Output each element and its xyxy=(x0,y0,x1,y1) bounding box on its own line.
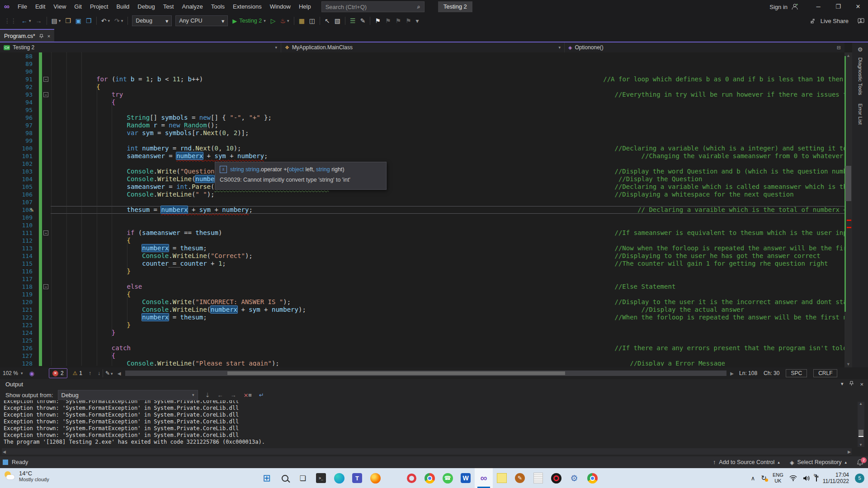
taskbar-icon-teams[interactable]: T xyxy=(348,468,366,488)
code-text[interactable]: catch //If there are any errors present … xyxy=(51,344,844,352)
code-line-101[interactable]: 101 sameanswer = numberx + sym + numbery… xyxy=(0,152,844,160)
taskbar-icon-word[interactable]: W xyxy=(457,468,475,488)
code-text[interactable]: } xyxy=(51,267,844,275)
next-message-icon[interactable]: → xyxy=(230,392,236,399)
battery-icon[interactable]: ↯ xyxy=(816,475,817,481)
code-editor[interactable]: 88899091− for (int b = 1; b < 11; b++) /… xyxy=(0,52,844,366)
pin-icon[interactable] xyxy=(39,34,43,38)
code-text[interactable]: Console.WriteLine(numbe //Display the Qu… xyxy=(51,175,844,183)
notifications-bell-button[interactable]: 2 xyxy=(857,459,863,466)
taskbar-icon-chrome-2[interactable] xyxy=(583,468,601,488)
code-text[interactable] xyxy=(51,60,844,68)
scroll-left-icon[interactable]: ◀ xyxy=(3,450,6,454)
menu-window[interactable]: Window xyxy=(266,0,295,14)
code-line-89[interactable]: 89 xyxy=(0,60,844,68)
previous-message-icon[interactable]: ← xyxy=(217,392,223,399)
code-line-102[interactable]: 102 xyxy=(0,160,844,168)
code-line-123[interactable]: 123 } xyxy=(0,321,844,329)
redo-icon[interactable]: ↷▾ xyxy=(113,15,124,26)
code-line-121[interactable]: 121 Console.WriteLine(numberx + sym + nu… xyxy=(0,306,844,314)
code-line-95[interactable]: 95 xyxy=(0,106,844,114)
code-line-118[interactable]: 118− else //Else Statement xyxy=(0,283,844,291)
pane-close-icon[interactable]: × xyxy=(860,381,863,388)
menu-test[interactable]: Test xyxy=(159,0,178,14)
code-line-92[interactable]: 92 { xyxy=(0,83,844,91)
output-horizontal-scrollbar[interactable]: ◀ ▶ xyxy=(2,448,852,455)
output-text[interactable]: Exception thrown: 'System.FormatExceptio… xyxy=(4,400,849,446)
code-text[interactable]: String[] symbols = new[] { "-", "+" }; xyxy=(51,114,844,122)
scroll-right-icon[interactable]: ▶ xyxy=(730,371,734,376)
project-dropdown[interactable]: C# Testing 2▾ xyxy=(0,42,281,52)
next-issue-button[interactable]: ↓ xyxy=(98,370,100,376)
code-line-116[interactable]: 116 } xyxy=(0,267,844,275)
add-to-source-control-button[interactable]: ↑ Add to Source Control ▴ xyxy=(713,459,780,465)
code-line-109[interactable]: 109 xyxy=(0,214,844,221)
code-text[interactable]: { xyxy=(51,352,844,360)
code-text[interactable]: thesum = numberx + sym + numbery; // Dec… xyxy=(51,206,844,214)
live-share-button[interactable]: Live Share xyxy=(821,18,849,24)
onedrive-sync-icon[interactable]: ↻ xyxy=(761,474,767,482)
code-text[interactable]: { xyxy=(51,83,844,91)
code-text[interactable]: if (sameanswer == thesum) //If sameanswe… xyxy=(51,229,844,237)
code-text[interactable] xyxy=(51,337,844,344)
taskbar-icon-opera[interactable] xyxy=(402,468,420,488)
bookmark-clear-icon[interactable]: ⚑ xyxy=(404,15,413,26)
undo-icon[interactable]: ↶▾ xyxy=(100,15,111,26)
code-text[interactable] xyxy=(51,52,844,60)
code-line-126[interactable]: 126 catch //If there are any errors pres… xyxy=(0,344,844,352)
select-repository-button[interactable]: ◈ Select Repository ▴ xyxy=(790,459,847,466)
notification-center-badge[interactable]: 5 xyxy=(855,474,864,483)
preview-window-icon[interactable]: ◫ xyxy=(308,15,316,26)
code-line-91[interactable]: 91− for (int b = 1; b < 11; b++) //A for… xyxy=(0,75,844,83)
save-all-icon[interactable]: ❐ xyxy=(85,15,93,26)
platform-dropdown[interactable]: Any CPU▾ xyxy=(175,15,228,26)
code-text[interactable] xyxy=(51,198,844,206)
volume-icon[interactable] xyxy=(803,475,810,481)
scroll-down-icon[interactable]: ▼ xyxy=(859,443,863,447)
clock[interactable]: 17:0411/11/2022 xyxy=(823,472,849,485)
code-text[interactable] xyxy=(51,221,844,229)
task-list-icon[interactable]: ☰ xyxy=(349,15,357,26)
menu-edit[interactable]: Edit xyxy=(31,0,49,14)
code-text[interactable] xyxy=(51,137,844,145)
zoom-dropdown[interactable]: 102 %▾ ◉ xyxy=(0,370,37,377)
debug-configuration-dropdown[interactable]: Debug▾ xyxy=(132,15,172,26)
code-line-110[interactable]: 110 xyxy=(0,221,844,229)
pane-dropdown-icon[interactable]: ▾ xyxy=(841,381,844,388)
fold-toggle-icon[interactable]: − xyxy=(43,284,48,289)
menu-view[interactable]: View xyxy=(49,0,70,14)
menu-build[interactable]: Build xyxy=(112,0,133,14)
drag-handle-icon[interactable]: ⋮⋮ xyxy=(3,15,18,26)
menu-help[interactable]: Help xyxy=(295,0,315,14)
weather-widget[interactable]: 14°C Mostly cloudy xyxy=(4,470,49,482)
toolbar-overflow-icon[interactable]: ▾ xyxy=(415,15,420,26)
code-line-103[interactable]: 103 Console.Write("Question //Display th… xyxy=(0,168,844,175)
tab-close-icon[interactable]: × xyxy=(47,33,50,39)
code-text[interactable]: for (int b = 1; b < 11; b++) //A for loo… xyxy=(51,75,844,83)
bookmark-icon[interactable]: ⚑ xyxy=(373,15,382,26)
code-line-112[interactable]: 112 { xyxy=(0,237,844,244)
code-text[interactable]: try //Everything in try will be run howe… xyxy=(51,91,844,99)
menu-project[interactable]: Project xyxy=(86,0,112,14)
code-cleanup-button[interactable]: ✎▾ xyxy=(105,370,113,376)
code-text[interactable]: numberx = thesum; //When the forloop is … xyxy=(51,314,844,321)
code-text[interactable]: sameanswer = int.Parse( //Declaring a va… xyxy=(51,183,844,191)
code-text[interactable]: sameanswer = numberx + sym + numbery; //… xyxy=(51,152,844,160)
scroll-down-icon[interactable]: ▼ xyxy=(844,362,852,366)
code-line-99[interactable]: 99 xyxy=(0,137,844,145)
code-line-97[interactable]: 97 Random r = new Random(); xyxy=(0,122,844,129)
code-text[interactable]: counter = counter + 1; //The counter wil… xyxy=(51,260,844,267)
previous-issue-button[interactable]: ↑ xyxy=(89,370,91,376)
class-dropdown[interactable]: ❖ MyApplication.MainClass▾ xyxy=(281,42,565,52)
code-line-88[interactable]: 88 xyxy=(0,52,844,60)
taskbar-icon-notepad[interactable] xyxy=(529,468,547,488)
tray-expand-icon[interactable]: ∧ xyxy=(751,475,755,482)
menu-debug[interactable]: Debug xyxy=(133,0,159,14)
code-text[interactable] xyxy=(51,160,844,168)
code-line-127[interactable]: 127 { xyxy=(0,352,844,360)
taskbar-icon-visual-studio[interactable]: ∞ xyxy=(475,468,493,488)
code-text[interactable]: Console.WriteLine(numberx + sym + number… xyxy=(51,306,844,314)
column-indicator[interactable]: Ch: 30 xyxy=(764,370,779,376)
code-line-120[interactable]: 120 Console.Write("INCORRECT: ANSWER IS … xyxy=(0,298,844,306)
scrollbar-thumb[interactable] xyxy=(227,371,565,375)
